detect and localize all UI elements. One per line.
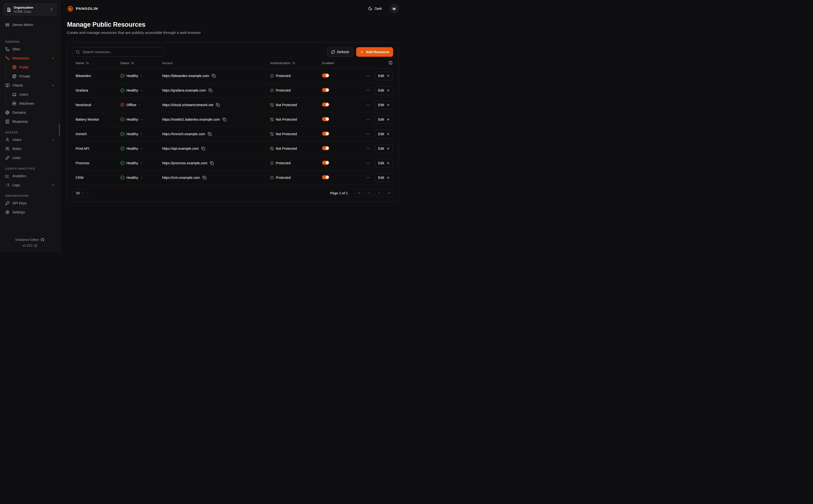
gear-icon: [5, 210, 10, 214]
row-menu-button[interactable]: [366, 88, 370, 92]
enabled-toggle[interactable]: [322, 161, 329, 165]
row-menu-button[interactable]: [366, 161, 370, 165]
auth-label: Not Protected: [276, 147, 297, 150]
enabled-toggle[interactable]: [322, 88, 329, 92]
copy-url-button[interactable]: [208, 132, 212, 136]
edit-button[interactable]: Edit: [374, 115, 393, 124]
copy-url-button[interactable]: [202, 176, 206, 180]
status-label: Healthy: [126, 176, 138, 180]
sidebar-item-label: Links: [12, 156, 55, 160]
status-label: Healthy: [126, 74, 138, 78]
edit-button[interactable]: Edit: [374, 130, 393, 139]
status-dropdown[interactable]: Healthy: [120, 74, 162, 78]
status-dropdown[interactable]: Healthy: [120, 117, 162, 122]
laptop-icon: [12, 92, 16, 97]
sidebar-item-domains[interactable]: Domains: [3, 108, 57, 117]
row-menu-button[interactable]: [366, 176, 370, 180]
edit-button[interactable]: Edit: [374, 144, 393, 153]
column-header-authentication[interactable]: Authentication: [270, 61, 322, 65]
copy-url-button[interactable]: [212, 74, 216, 78]
ellipsis-icon: [366, 132, 370, 136]
table-row: Bitwarden Healthy https://bitwarden.exam…: [76, 69, 393, 83]
page-info: Page 1 of 1: [330, 191, 348, 195]
plus-icon: [360, 50, 364, 54]
column-header-name[interactable]: Name: [76, 61, 120, 65]
sidebar-item-label: Analytics: [12, 174, 55, 178]
table-row: Battery Monitor Healthy https://node01.b…: [76, 112, 393, 127]
sidebar-item-links[interactable]: Links: [3, 153, 57, 162]
sidebar-item-analytics[interactable]: Analytics: [3, 171, 57, 180]
status-dropdown[interactable]: Healthy: [120, 175, 162, 180]
edit-button[interactable]: Edit: [374, 159, 393, 168]
resource-url: https://cloud.schwartznetwork.net: [162, 103, 213, 107]
chevron-up-icon: [51, 84, 55, 87]
resource-name: CRM: [76, 176, 120, 180]
edit-button[interactable]: Edit: [374, 173, 393, 182]
copy-url-button[interactable]: [208, 88, 212, 92]
sidebar-item-resources[interactable]: Resources: [3, 54, 57, 63]
copy-url-button[interactable]: [222, 118, 226, 121]
next-page-button[interactable]: [375, 189, 383, 197]
copy-url-button[interactable]: [216, 103, 220, 107]
edit-button[interactable]: Edit: [374, 72, 393, 80]
column-header-status[interactable]: Status: [120, 61, 162, 65]
shield-check-icon: [270, 74, 274, 78]
edit-button[interactable]: Edit: [374, 101, 393, 109]
edit-button[interactable]: Edit: [374, 86, 393, 95]
edition-link[interactable]: Enterprise Edition: [15, 238, 45, 242]
add-resource-button[interactable]: Add Resource: [356, 47, 393, 57]
sidebar-item-server-admin[interactable]: Server Admin: [3, 20, 57, 29]
sidebar-item-logs[interactable]: Logs: [3, 180, 57, 190]
column-header-access: Access: [162, 61, 270, 65]
row-menu-button[interactable]: [366, 147, 370, 150]
sidebar-item-machines[interactable]: Machines: [6, 99, 57, 108]
enabled-toggle[interactable]: [322, 117, 329, 121]
chevron-down-icon: [140, 74, 143, 77]
row-menu-button[interactable]: [366, 132, 370, 136]
edit-label: Edit: [378, 118, 384, 121]
enabled-toggle[interactable]: [322, 146, 329, 150]
columns-toggle-button[interactable]: [388, 61, 392, 65]
status-dropdown[interactable]: Healthy: [120, 146, 162, 151]
sidebar-item-api-keys[interactable]: API Keys: [3, 199, 57, 208]
copy-icon: [210, 161, 214, 165]
first-page-button[interactable]: [355, 189, 363, 197]
page-size-select[interactable]: 20: [72, 189, 88, 197]
building-icon: [6, 7, 11, 12]
theme-toggle[interactable]: Dark: [367, 6, 383, 11]
status-dropdown[interactable]: Offline: [120, 103, 162, 107]
enabled-toggle[interactable]: [322, 132, 329, 136]
search-input[interactable]: [82, 50, 161, 54]
avatar[interactable]: M: [389, 4, 398, 13]
row-menu-button[interactable]: [366, 103, 370, 107]
sidebar-item-users[interactable]: Users: [3, 135, 57, 144]
row-menu-button[interactable]: [366, 74, 370, 78]
resource-url: https://api.example.com: [162, 147, 199, 150]
last-page-button[interactable]: [385, 189, 393, 197]
enabled-toggle[interactable]: [322, 175, 329, 179]
shield-check-icon: [270, 176, 274, 180]
copy-url-button[interactable]: [201, 147, 205, 150]
sidebar-item-roles[interactable]: Roles: [3, 144, 57, 153]
sidebar-item-clients[interactable]: Clients: [3, 81, 57, 90]
sidebar-item-public[interactable]: Public: [6, 63, 57, 72]
refresh-button[interactable]: Refresh: [327, 47, 353, 57]
sidebar-item-settings[interactable]: Settings: [3, 208, 57, 217]
status-dropdown[interactable]: Healthy: [120, 132, 162, 136]
sidebar-item-client-users[interactable]: Users: [6, 90, 57, 99]
sidebar-item-private[interactable]: Private: [6, 72, 57, 81]
sidebar-item-label: Public: [19, 65, 55, 69]
sidebar-item-sites[interactable]: Sites: [3, 45, 57, 54]
sidebar-scrollbar[interactable]: [59, 124, 60, 136]
org-selector[interactable]: Organization ACME Corp.: [3, 4, 57, 15]
status-dropdown[interactable]: Healthy: [120, 161, 162, 165]
previous-page-button[interactable]: [365, 189, 373, 197]
status-dropdown[interactable]: Healthy: [120, 88, 162, 93]
version-link[interactable]: v1.13.0: [23, 244, 37, 247]
copy-url-button[interactable]: [210, 161, 214, 165]
sidebar-item-label: Blueprints: [12, 120, 55, 123]
enabled-toggle[interactable]: [322, 73, 329, 77]
enabled-toggle[interactable]: [322, 103, 329, 107]
sidebar-item-blueprints[interactable]: Blueprints: [3, 117, 57, 126]
row-menu-button[interactable]: [366, 118, 370, 121]
